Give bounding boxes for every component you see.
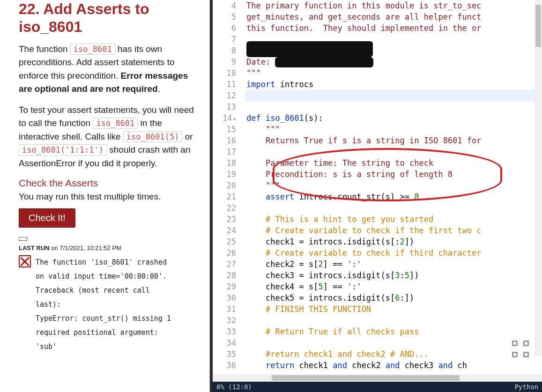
line-number: 9 <box>213 56 236 67</box>
code-line[interactable]: get_minutes, and get_seconds are all hel… <box>245 11 542 22</box>
code-line[interactable]: # Return True if all checks pass <box>245 326 542 337</box>
code-line[interactable]: check4 = s[5] == ':' <box>245 281 542 292</box>
line-number: 30 <box>213 292 236 303</box>
paragraph-1: The function iso_8601 has its own precon… <box>19 43 196 96</box>
line-number: 35 <box>213 348 236 360</box>
code-inline: iso_8601('1:1:1') <box>19 144 107 155</box>
code-line[interactable]: this function. They should implemented i… <box>245 22 542 34</box>
code-line[interactable] <box>245 45 542 56</box>
line-number: 6 <box>213 22 236 34</box>
line-number: 12 <box>213 90 236 101</box>
code-line[interactable]: # FINISH THIS FUNCTION <box>245 303 542 315</box>
line-number: 13 <box>213 101 236 112</box>
line-number: 24 <box>213 225 236 236</box>
code-line[interactable] <box>245 202 542 214</box>
error-message: The function 'iso_8601' crashed on valid… <box>36 255 171 354</box>
line-number: 29 <box>213 281 236 292</box>
check-button[interactable]: Check It! <box>19 208 75 228</box>
code-line[interactable]: # Create variable to check if the first … <box>245 225 542 236</box>
code-line[interactable] <box>245 90 542 101</box>
line-number: 10 <box>213 67 236 79</box>
last-run-info: LAST RUN on 7/1/2021, 10:21:52 PM <box>19 244 196 251</box>
line-number: 5 <box>213 11 236 22</box>
editor-wrap: 4567891011121314151617181920212223242526… <box>213 0 542 374</box>
code-line[interactable]: assert introcs.count_str(s) >= 8 <box>245 191 542 202</box>
line-number: 31 <box>213 303 236 315</box>
line-number: 25 <box>213 236 236 247</box>
line-number: 14 <box>213 112 236 124</box>
line-number: 27 <box>213 259 236 270</box>
line-number: 26 <box>213 247 236 259</box>
code-line[interactable] <box>245 146 542 157</box>
code-line[interactable] <box>245 337 542 348</box>
line-number: 16 <box>213 135 236 146</box>
line-number: 28 <box>213 270 236 281</box>
line-gutter: 4567891011121314151617181920212223242526… <box>213 0 245 374</box>
code-line[interactable]: """ <box>245 124 542 135</box>
code-line[interactable]: """ <box>245 180 542 191</box>
check-subheading: Check the Asserts <box>19 178 196 189</box>
text: . <box>158 84 160 94</box>
error-icon <box>19 255 31 267</box>
code-line[interactable]: The primary function in this module is s… <box>245 0 542 11</box>
paragraph-2: To test your assert statements, you will… <box>19 104 196 170</box>
line-number: 7 <box>213 34 236 45</box>
fullscreen-icon[interactable] <box>512 340 529 357</box>
line-number: 4 <box>213 0 236 11</box>
code-line[interactable]: import introcs <box>245 79 542 90</box>
code-line[interactable]: Returns True if s is a string in ISO 860… <box>245 135 542 146</box>
line-number: 32 <box>213 315 236 326</box>
line-number: 22 <box>213 202 236 214</box>
code-area[interactable]: The primary function in this module is s… <box>245 0 542 374</box>
line-number: 36 <box>213 360 236 371</box>
code-line[interactable]: check2 = s[2] == ':' <box>245 259 542 270</box>
code-line[interactable]: Parameter time: The string to check <box>245 157 542 169</box>
code-line[interactable]: # This is a hint to get you started <box>245 214 542 225</box>
code-line[interactable]: check5 = introcs.isdigit(s[6:]) <box>245 292 542 303</box>
line-number: 15 <box>213 124 236 135</box>
code-line[interactable]: return check1 and check2 and check3 and … <box>245 360 542 371</box>
line-number: 23 <box>213 214 236 225</box>
code-line[interactable]: """ <box>245 67 542 79</box>
language-mode[interactable]: Python <box>514 383 538 391</box>
progress-icon <box>19 237 27 241</box>
scrollbar-thumb[interactable] <box>535 5 541 47</box>
line-number: 34 <box>213 337 236 348</box>
code-line[interactable] <box>245 101 542 112</box>
vertical-scrollbar[interactable] <box>535 0 542 356</box>
editor-panel: 4567891011121314151617181920212223242526… <box>213 0 542 392</box>
instructions-content: The function iso_8601 has its own precon… <box>19 43 196 170</box>
code-inline: iso_8601 <box>70 44 115 55</box>
line-number: 18 <box>213 157 236 169</box>
code-line[interactable]: Date: <box>245 56 542 67</box>
code-line[interactable]: # Create variable to check if third char… <box>245 247 542 259</box>
line-number: 8 <box>213 45 236 56</box>
line-number: 17 <box>213 146 236 157</box>
text: or <box>182 132 193 141</box>
code-inline: iso_8601(5) <box>123 131 183 142</box>
code-inline: iso_8601 <box>93 118 138 129</box>
scrollbar-thumb[interactable] <box>272 375 460 381</box>
code-line[interactable]: Precondition: s is a string of length 8 <box>245 169 542 180</box>
line-number: 21 <box>213 191 236 202</box>
code-line[interactable]: #return check1 and check2 # AND... <box>245 348 542 360</box>
line-number: 20 <box>213 180 236 191</box>
code-line[interactable]: def iso_8601(s): <box>245 112 542 124</box>
horizontal-scrollbar[interactable] <box>213 374 542 382</box>
instructions-panel[interactable]: 22. Add Asserts to iso_8601 The function… <box>0 0 210 392</box>
status-bar: 8% (12:0) Python <box>213 382 542 392</box>
line-number: 33 <box>213 326 236 337</box>
run-info: You may run this test multiple times. <box>19 192 196 202</box>
page-title: 22. Add Asserts to iso_8601 <box>19 0 196 36</box>
code-line[interactable] <box>245 315 542 326</box>
code-line[interactable]: check1 = introcs.isdigit(s[:2]) <box>245 236 542 247</box>
error-output: The function 'iso_8601' crashed on valid… <box>19 255 196 354</box>
line-number: 19 <box>213 169 236 180</box>
last-run-time: on 7/1/2021, 10:21:52 PM <box>50 244 121 251</box>
cursor-position: 8% (12:0) <box>216 383 252 391</box>
text: The function <box>19 44 70 54</box>
code-line[interactable]: check3 = introcs.isdigit(s[3:5]) <box>245 270 542 281</box>
last-run-label: LAST RUN <box>19 244 50 251</box>
line-number: 11 <box>213 79 236 90</box>
